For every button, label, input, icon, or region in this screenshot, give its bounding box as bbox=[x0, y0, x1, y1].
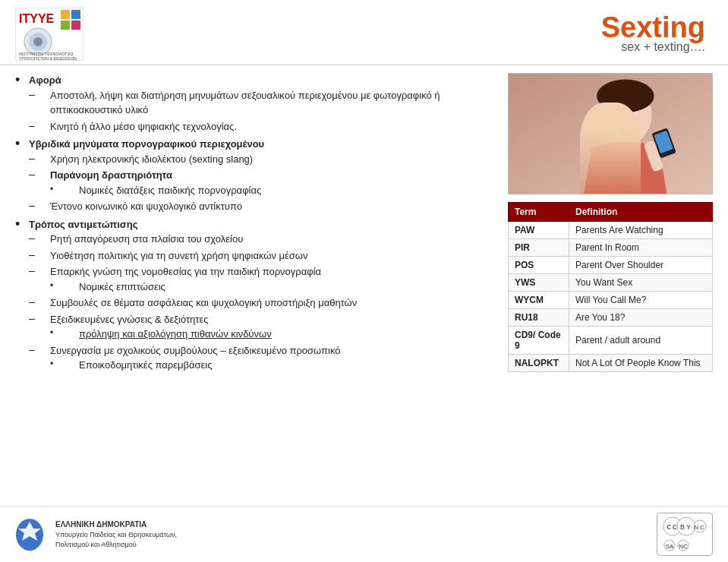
tropos-sub1: Ρητή απαγόρευση στα πλαίσια του σχολείου bbox=[29, 232, 493, 247]
photo-inner bbox=[509, 74, 712, 194]
bullet-hybrid: Υβριδικά μηνύματα πορνογραφικού περιεχομ… bbox=[15, 137, 493, 214]
svg-point-13 bbox=[597, 80, 654, 113]
svg-point-18 bbox=[615, 116, 621, 121]
tropos-sub4-text: Συμβουλές σε θέματα ασφάλειας και ψυχολο… bbox=[50, 297, 357, 308]
col-term-header: Term bbox=[509, 203, 569, 222]
table-cell-definition: Parents Are Watching bbox=[569, 222, 713, 239]
cc-text: SA NC bbox=[662, 539, 708, 553]
afora-sub1-text: Αποστολή, λήψη και διατήρηση μηνυμάτων σ… bbox=[50, 90, 440, 116]
tropos-sub4: Συμβουλές σε θέματα ασφάλειας και ψυχολο… bbox=[29, 295, 493, 311]
col-definition-header: Definition bbox=[569, 203, 713, 222]
svg-text:NC: NC bbox=[679, 543, 688, 550]
tropos-sub2: Υιοθέτηση πολιτικής για τη συνετή χρήση … bbox=[29, 248, 493, 264]
tropos-sub1-text: Ρητή απαγόρευση στα πλαίσια του σχολείου bbox=[50, 233, 243, 245]
table-cell-definition: You Want Sex bbox=[569, 274, 713, 292]
bullet-tropos-subs: Ρητή απαγόρευση στα πλαίσια του σχολείου… bbox=[29, 232, 493, 373]
table-body: PAWParents Are WatchingPIRParent In Room… bbox=[509, 222, 713, 372]
svg-text:ITYYE: ITYYE bbox=[19, 12, 55, 25]
table-cell-term: POS bbox=[509, 257, 569, 274]
photo-placeholder bbox=[508, 73, 713, 194]
table-cell-definition: Parent / adult around bbox=[569, 327, 713, 355]
svg-point-8 bbox=[33, 37, 43, 46]
svg-point-19 bbox=[630, 116, 636, 121]
hybrid-sub3-text: Έντονο κοινωνικό και ψυχολογικό αντίκτυπ… bbox=[50, 200, 242, 212]
tropos-sub5-text: Εξειδικευμένες γνώσεις & δεξιότητες bbox=[50, 314, 209, 325]
tropos-subsub2-text: πρόληψη και αξιολόγηση πιθανών κινδύνων bbox=[79, 328, 272, 339]
afora-sub1: Αποστολή, λήψη και διατήρηση μηνυμάτων σ… bbox=[29, 88, 493, 118]
svg-text:cc: cc bbox=[667, 522, 679, 531]
hybrid-subsub1: Νομικές διατάξεις παιδικής πορνογραφίας bbox=[50, 183, 493, 198]
table-row: CD9/ Code 9Parent / adult around bbox=[509, 327, 713, 355]
table-row: RU18Are You 18? bbox=[509, 309, 713, 327]
table-row: PIRParent In Room bbox=[509, 239, 713, 257]
bullet-hybrid-label: Υβριδικά μηνύματα πορνογραφικού περιεχομ… bbox=[29, 138, 264, 150]
table-row: PAWParents Are Watching bbox=[509, 222, 713, 239]
bullet-afora-subs: Αποστολή, λήψη και διατήρηση μηνυμάτων σ… bbox=[29, 88, 493, 134]
afora-sub2-text: Κινητό ή άλλο μέσο ψηφιακής τεχνολογίας. bbox=[50, 121, 237, 132]
tropos-subsub3: Εποικοδομητικές παρεμβάσεις bbox=[50, 358, 493, 373]
svg-text:NC: NC bbox=[694, 524, 706, 531]
table-cell-term: PIR bbox=[509, 239, 569, 257]
table-cell-term: NALOPKT bbox=[509, 355, 569, 372]
svg-rect-3 bbox=[71, 10, 80, 19]
svg-rect-2 bbox=[61, 10, 70, 19]
page-title: Sexting bbox=[601, 11, 705, 44]
cc-icons: cc BY NC bbox=[662, 516, 708, 539]
footer-ministry-line1: Υπουργείο Παιδείας και Θρησκευμάτων, bbox=[55, 531, 177, 538]
title-area: Sexting sex + texting…. bbox=[601, 11, 705, 54]
hybrid-sub1: Χρήση ηλεκτρονικής ιδιολέκτου (sexting s… bbox=[29, 152, 493, 167]
tropos-subsub1: Νομικές επιπτώσεις bbox=[50, 279, 493, 295]
bullet-afora: Αφορά Αποστολή, λήψη και διατήρηση μηνυμ… bbox=[15, 73, 493, 134]
hybrid-sub2: Παράνομη δραστηριότητα Νομικές διατάξεις… bbox=[29, 168, 493, 197]
terms-table: Term Definition PAWParents Are WatchingP… bbox=[508, 202, 713, 372]
svg-rect-4 bbox=[61, 21, 70, 30]
tropos-subsub3-text: Εποικοδομητικές παρεμβάσεις bbox=[79, 359, 212, 371]
table-cell-term: PAW bbox=[509, 222, 569, 239]
svg-text:ΥΠΟΛΟΓΙΣΤΩΝ & ΕΚΔΟΣΕΩΝ: ΥΠΟΛΟΓΙΣΤΩΝ & ΕΚΔΟΣΕΩΝ bbox=[19, 56, 77, 61]
afora-sub2: Κινητό ή άλλο μέσο ψηφιακής τεχνολογίας. bbox=[29, 119, 493, 134]
bullet-afora-label: Αφορά bbox=[29, 74, 61, 86]
table-header-row: Term Definition bbox=[509, 203, 713, 222]
footer: ΕΛΛΗΝΙΚΗ ΔΗΜΟΚΡΑΤΙΑ Υπουργείο Παιδείας κ… bbox=[0, 506, 728, 562]
table-cell-definition: Parent Over Shoulder bbox=[569, 257, 713, 274]
tropos-sub3: Επαρκής γνώση της νομοθεσίας για την παι… bbox=[29, 264, 493, 294]
hybrid-sub3: Έντονο κοινωνικό και ψυχολογικό αντίκτυπ… bbox=[29, 199, 493, 214]
svg-point-17 bbox=[618, 122, 633, 134]
hybrid-subsub1-text: Νομικές διατάξεις παιδικής πορνογραφίας bbox=[79, 185, 261, 196]
ityye-logo-icon: ITYYE ΙΝΣΤΙΤΟΥΤΟ ΤΕΧΝΟΛΟΓΙΑΣ ΥΠΟΛΟΓΙΣΤΩΝ… bbox=[15, 8, 84, 61]
svg-text:SA: SA bbox=[666, 543, 674, 550]
main-bullet-list: Αφορά Αποστολή, λήψη και διατήρηση μηνυμ… bbox=[15, 73, 493, 373]
table-row: YWSYou Want Sex bbox=[509, 274, 713, 292]
table-cell-definition: Not A Lot Of People Know This bbox=[569, 355, 713, 372]
table-cell-term: WYCM bbox=[509, 292, 569, 309]
greek-emblem-icon bbox=[15, 518, 44, 551]
table-cell-term: CD9/ Code 9 bbox=[509, 327, 569, 355]
table-cell-term: RU18 bbox=[509, 309, 569, 327]
tropos-subsub1-text: Νομικές επιπτώσεις bbox=[79, 281, 165, 292]
bullet-tropos: Τρόπος αντιμετώπισης Ρητή απαγόρευση στα… bbox=[15, 217, 493, 373]
right-column: Term Definition PAWParents Are WatchingP… bbox=[508, 73, 713, 376]
svg-text:BY: BY bbox=[680, 523, 692, 531]
hybrid-sub1-text: Χρήση ηλεκτρονικής ιδιολέκτου (sexting s… bbox=[50, 153, 253, 165]
table-cell-definition: Will You Call Me? bbox=[569, 292, 713, 309]
tropos-sub5: Εξειδικευμένες γνώσεις & δεξιότητες πρόλ… bbox=[29, 312, 493, 342]
svg-rect-5 bbox=[71, 21, 80, 30]
tropos-sub6-text: Συνεργασία με σχολικούς συμβούλους – εξε… bbox=[50, 345, 340, 356]
table-row: WYCMWill You Call Me? bbox=[509, 292, 713, 309]
left-column: Αφορά Αποστολή, λήψη και διατήρηση μηνυμ… bbox=[15, 73, 493, 376]
table-cell-definition: Are You 18? bbox=[569, 309, 713, 327]
logo-box: ITYYE ΙΝΣΤΙΤΟΥΤΟ ΤΕΧΝΟΛΟΓΙΑΣ ΥΠΟΛΟΓΙΣΤΩΝ… bbox=[15, 8, 84, 61]
bullet-tropos-label: Τρόπος αντιμετώπισης bbox=[29, 219, 137, 230]
footer-org-name: ΕΛΛΗΝΙΚΗ ΔΗΜΟΚΡΑΤΙΑ bbox=[55, 520, 147, 529]
footer-text-block: ΕΛΛΗΝΙΚΗ ΔΗΜΟΚΡΑΤΙΑ Υπουργείο Παιδείας κ… bbox=[55, 519, 177, 549]
table-cell-definition: Parent In Room bbox=[569, 239, 713, 257]
bullet-hybrid-subs: Χρήση ηλεκτρονικής ιδιολέκτου (sexting s… bbox=[29, 152, 493, 214]
hybrid-sub2-text: Παράνομη δραστηριότητα bbox=[50, 169, 172, 181]
cc-badge: cc BY NC SA NC bbox=[657, 513, 713, 556]
tropos-sub2-text: Υιοθέτηση πολιτικής για τη συνετή χρήση … bbox=[50, 250, 307, 261]
table-row: POSParent Over Shoulder bbox=[509, 257, 713, 274]
tropos-subsub2: πρόληψη και αξιολόγηση πιθανών κινδύνων bbox=[50, 327, 493, 342]
main-content: Αφορά Αποστολή, λήψη και διατήρηση μηνυμ… bbox=[0, 65, 728, 384]
tropos-sub6: Συνεργασία με σχολικούς συμβούλους – εξε… bbox=[29, 343, 493, 373]
footer-ministry-line2: Πολιτισμού και Αθλητισμού bbox=[55, 541, 137, 548]
